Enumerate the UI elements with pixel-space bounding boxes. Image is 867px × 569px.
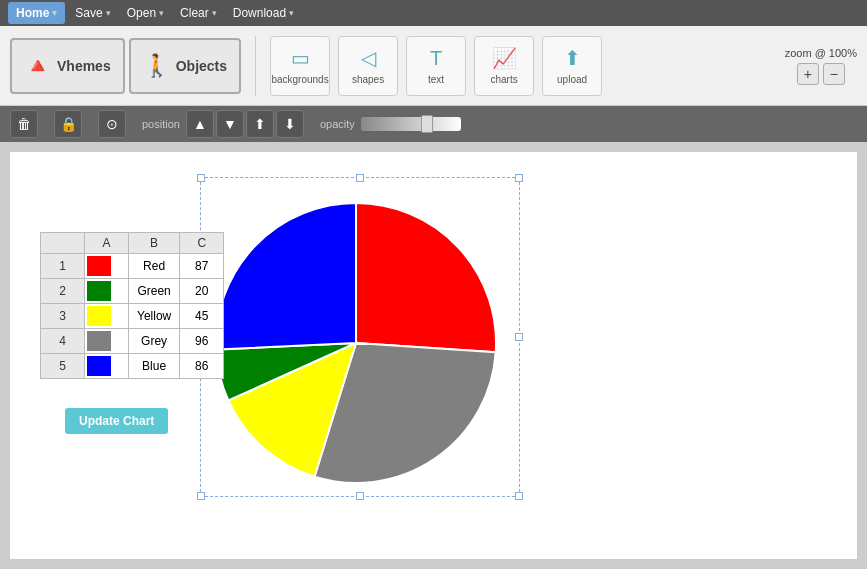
table-row: 5 Blue 86 bbox=[41, 354, 224, 379]
color-name[interactable]: Grey bbox=[129, 329, 180, 354]
pos-up-button[interactable]: ▲ bbox=[186, 110, 214, 138]
color-cell[interactable] bbox=[85, 254, 129, 279]
text-button[interactable]: T text bbox=[406, 36, 466, 96]
download-label: Download bbox=[233, 6, 286, 20]
color-name[interactable]: Green bbox=[129, 279, 180, 304]
clear-arrow: ▾ bbox=[212, 8, 217, 18]
canvas[interactable]: A B C 1 Red 87 2 Green 20 3 Yellow 45 4 … bbox=[10, 152, 857, 559]
save-menu[interactable]: Save ▾ bbox=[69, 2, 116, 24]
color-cell[interactable] bbox=[85, 279, 129, 304]
layers-button[interactable]: ⊙ bbox=[98, 110, 126, 138]
row-num: 5 bbox=[41, 354, 85, 379]
row-num: 4 bbox=[41, 329, 85, 354]
objects-button[interactable]: 🚶 Objects bbox=[129, 38, 241, 94]
shapes-button[interactable]: ◁ shapes bbox=[338, 36, 398, 96]
backgrounds-icon: ▭ bbox=[291, 46, 310, 70]
color-value[interactable]: 86 bbox=[180, 354, 224, 379]
pie-chart bbox=[201, 178, 511, 488]
position-controls: ▲ ▼ ⬆ ⬇ bbox=[186, 110, 304, 138]
opacity-thumb[interactable] bbox=[421, 115, 433, 133]
color-value[interactable]: 96 bbox=[180, 329, 224, 354]
selection-handle-tr[interactable] bbox=[515, 174, 523, 182]
selection-handle-mr[interactable] bbox=[515, 333, 523, 341]
pie-segment-red[interactable] bbox=[356, 203, 496, 352]
color-cell[interactable] bbox=[85, 304, 129, 329]
color-name[interactable]: Yellow bbox=[129, 304, 180, 329]
lock-button[interactable]: 🔒 bbox=[54, 110, 82, 138]
color-cell[interactable] bbox=[85, 354, 129, 379]
shapes-icon: ◁ bbox=[361, 46, 376, 70]
pos-top-button[interactable]: ⬆ bbox=[246, 110, 274, 138]
color-value[interactable]: 87 bbox=[180, 254, 224, 279]
open-menu[interactable]: Open ▾ bbox=[121, 2, 170, 24]
clear-label: Clear bbox=[180, 6, 209, 20]
update-chart-button[interactable]: Update Chart bbox=[65, 408, 168, 434]
selection-handle-tc[interactable] bbox=[356, 174, 364, 182]
selection-handle-bc[interactable] bbox=[356, 492, 364, 500]
zoom-out-button[interactable]: − bbox=[823, 63, 845, 85]
clear-menu[interactable]: Clear ▾ bbox=[174, 2, 223, 24]
home-label: Home bbox=[16, 6, 49, 20]
table-header-a: A bbox=[85, 233, 129, 254]
toolbar: 🔺 Vhemes 🚶 Objects ▭ backgrounds ◁ shape… bbox=[0, 26, 867, 106]
upload-button[interactable]: ⬆ upload bbox=[542, 36, 602, 96]
selection-handle-bl[interactable] bbox=[197, 492, 205, 500]
opacity-tool: opacity bbox=[320, 117, 461, 131]
color-value[interactable]: 20 bbox=[180, 279, 224, 304]
table-row: 2 Green 20 bbox=[41, 279, 224, 304]
table-row: 4 Grey 96 bbox=[41, 329, 224, 354]
toolbar-separator bbox=[255, 36, 256, 96]
zoom-controls: + − bbox=[797, 63, 845, 85]
pie-segment-blue[interactable] bbox=[216, 203, 356, 350]
charts-button[interactable]: 📈 charts bbox=[474, 36, 534, 96]
theme-group: 🔺 Vhemes 🚶 Objects bbox=[10, 38, 241, 94]
color-name[interactable]: Blue bbox=[129, 354, 180, 379]
color-value[interactable]: 45 bbox=[180, 304, 224, 329]
vhemes-button[interactable]: 🔺 Vhemes bbox=[10, 38, 125, 94]
save-label: Save bbox=[75, 6, 102, 20]
open-arrow: ▾ bbox=[159, 8, 164, 18]
chart-container[interactable] bbox=[200, 177, 520, 497]
data-table: A B C 1 Red 87 2 Green 20 3 Yellow 45 4 … bbox=[40, 232, 224, 379]
trash-button[interactable]: 🗑 bbox=[10, 110, 38, 138]
canvas-area: A B C 1 Red 87 2 Green 20 3 Yellow 45 4 … bbox=[0, 142, 867, 569]
position-tool: position ▲ ▼ ⬆ ⬇ bbox=[142, 110, 304, 138]
backgrounds-button[interactable]: ▭ backgrounds bbox=[270, 36, 330, 96]
menu-bar: Home ▾ Save ▾ Open ▾ Clear ▾ Download ▾ bbox=[0, 0, 867, 26]
zoom-in-button[interactable]: + bbox=[797, 63, 819, 85]
table-row: 1 Red 87 bbox=[41, 254, 224, 279]
backgrounds-label: backgrounds bbox=[271, 74, 328, 85]
pos-down-button[interactable]: ▼ bbox=[216, 110, 244, 138]
vhemes-icon: 🔺 bbox=[24, 53, 51, 79]
upload-label: upload bbox=[557, 74, 587, 85]
table-header-b: B bbox=[129, 233, 180, 254]
home-arrow: ▾ bbox=[52, 8, 57, 18]
position-label: position bbox=[142, 118, 180, 130]
color-cell[interactable] bbox=[85, 329, 129, 354]
table-row: 3 Yellow 45 bbox=[41, 304, 224, 329]
opacity-slider[interactable] bbox=[361, 117, 461, 131]
color-name[interactable]: Red bbox=[129, 254, 180, 279]
selection-handle-br[interactable] bbox=[515, 492, 523, 500]
download-menu[interactable]: Download ▾ bbox=[227, 2, 300, 24]
upload-icon: ⬆ bbox=[564, 46, 581, 70]
selection-handle-tl[interactable] bbox=[197, 174, 205, 182]
text-label: text bbox=[428, 74, 444, 85]
open-label: Open bbox=[127, 6, 156, 20]
objects-label: Objects bbox=[176, 58, 227, 74]
opacity-label: opacity bbox=[320, 118, 355, 130]
vhemes-label: Vhemes bbox=[57, 58, 111, 74]
charts-icon: 📈 bbox=[492, 46, 517, 70]
row-num: 3 bbox=[41, 304, 85, 329]
pos-bottom-button[interactable]: ⬇ bbox=[276, 110, 304, 138]
table-header-empty bbox=[41, 233, 85, 254]
row-num: 1 bbox=[41, 254, 85, 279]
zoom-label: zoom @ 100% bbox=[785, 47, 857, 59]
row-num: 2 bbox=[41, 279, 85, 304]
charts-label: charts bbox=[490, 74, 517, 85]
download-arrow: ▾ bbox=[289, 8, 294, 18]
shapes-label: shapes bbox=[352, 74, 384, 85]
objects-icon: 🚶 bbox=[143, 53, 170, 79]
save-arrow: ▾ bbox=[106, 8, 111, 18]
home-menu[interactable]: Home ▾ bbox=[8, 2, 65, 24]
